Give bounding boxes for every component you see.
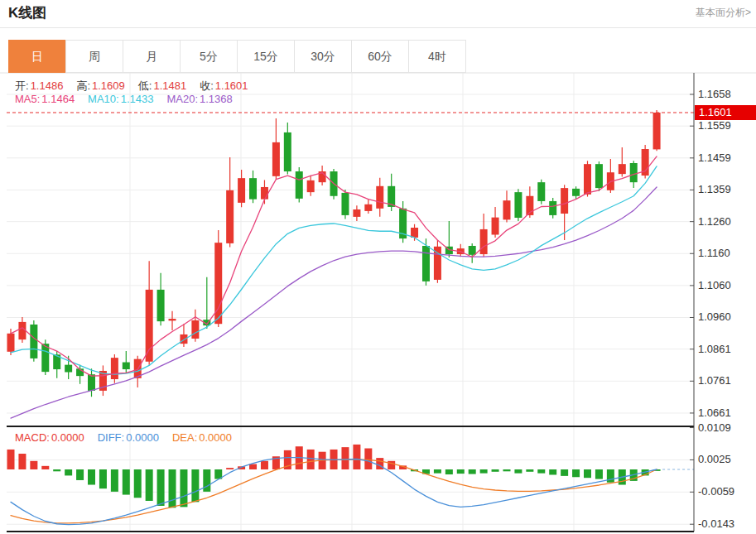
tab-5分[interactable]: 5分 bbox=[180, 40, 238, 73]
tab-60分[interactable]: 60分 bbox=[351, 40, 409, 73]
page-title: K线图 bbox=[8, 3, 46, 22]
price-tick-label: 1.1559 bbox=[698, 119, 731, 132]
price-tick-label: 1.1060 bbox=[698, 279, 731, 292]
ma-legend-row: MA5:1.1464MA10:1.1433MA20:1.1368 bbox=[15, 93, 246, 105]
tab-15分[interactable]: 15分 bbox=[237, 40, 295, 73]
price-tick-label: 1.0960 bbox=[698, 310, 731, 324]
current-price-flag: 1.1601 bbox=[695, 105, 756, 120]
price-tick-label: 1.1359 bbox=[698, 183, 731, 196]
quote-row: 开:1.1486高:1.1609低:1.1481收:1.1601 bbox=[15, 79, 262, 94]
macd-legend-item: DIFF:0.0000 bbox=[98, 431, 159, 444]
tab-周[interactable]: 周 bbox=[65, 40, 123, 73]
quote-item: 收:1.1601 bbox=[200, 79, 248, 92]
fundamental-analysis-link[interactable]: 基本面分析> bbox=[696, 6, 751, 20]
ma-legend-item: MA10:1.1433 bbox=[88, 93, 153, 105]
price-tick-label: 1.1260 bbox=[698, 215, 731, 229]
ma-legend-item: MA5:1.1464 bbox=[15, 93, 75, 105]
quote-item: 高:1.1609 bbox=[76, 79, 124, 92]
price-tick-label: 1.0661 bbox=[698, 407, 731, 420]
price-tick-label: 1.1160 bbox=[698, 247, 730, 260]
price-tick-label: 1.0761 bbox=[698, 374, 731, 387]
tab-月[interactable]: 月 bbox=[123, 40, 181, 73]
tab-4时[interactable]: 4时 bbox=[408, 40, 466, 73]
tab-30分[interactable]: 30分 bbox=[294, 40, 352, 73]
macd-legend-row: MACD:0.0000DIFF:0.0000DEA:0.0000 bbox=[15, 431, 245, 444]
quote-item: 低:1.1481 bbox=[138, 79, 186, 92]
price-tick-label: 1.1459 bbox=[698, 152, 731, 165]
interval-tabs: 日周月5分15分30分60分4时 bbox=[8, 40, 466, 73]
price-tick-label: 1.1658 bbox=[698, 88, 731, 101]
ma-legend-item: MA20:1.1368 bbox=[166, 93, 232, 105]
macd-tick-label: 0.0109 bbox=[698, 421, 731, 435]
price-tick-label: 1.0861 bbox=[698, 343, 731, 356]
header-divider bbox=[0, 27, 756, 28]
macd-tick-label: -0.0143 bbox=[698, 517, 734, 531]
quote-item: 开:1.1486 bbox=[15, 79, 63, 92]
tab-日[interactable]: 日 bbox=[8, 40, 66, 73]
macd-legend-item: DEA:0.0000 bbox=[172, 431, 232, 444]
macd-tick-label: -0.0059 bbox=[698, 485, 734, 498]
macd-legend-item: MACD:0.0000 bbox=[15, 431, 84, 444]
macd-tick-label: 0.0025 bbox=[698, 453, 731, 466]
